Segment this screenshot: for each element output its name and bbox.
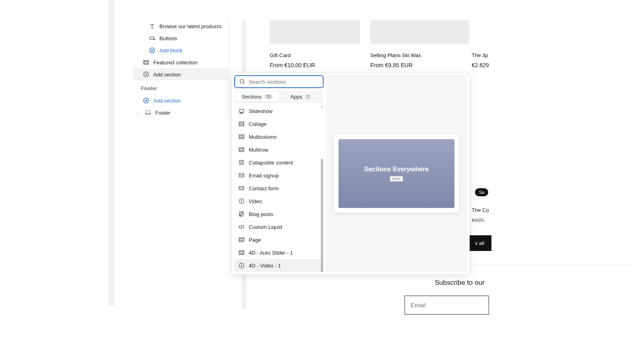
search-input[interactable] [249, 79, 319, 85]
section-preview-card: Sections Everywhere Button [334, 134, 459, 213]
preview-sample-button: Button [390, 176, 403, 181]
slideshow-icon [238, 108, 245, 114]
text-icon [149, 23, 155, 29]
add-block-label: Add block [159, 47, 182, 53]
chevron-right-icon: › [137, 111, 141, 115]
section-option-blog-posts[interactable]: Blog posts [234, 208, 324, 220]
section-option-label: Multirow [249, 147, 268, 153]
plus-circle-icon [143, 71, 149, 78]
section-picker-popover: Sections 19 Apps 1 ▴ Slideshow Collage [231, 72, 470, 275]
section-option-email-signup[interactable]: Email signup [234, 169, 324, 182]
svg-point-10 [242, 113, 243, 114]
outline-item-footer[interactable]: › Footer [133, 107, 229, 119]
subscribe-heading: Subscribe to our [435, 279, 485, 287]
section-option-custom-liquid[interactable]: Custom Liquid [234, 220, 324, 233]
svg-rect-2 [144, 60, 149, 64]
theme-outline-panel: Browse our latest products Buttons Add b… [133, 20, 229, 119]
outline-item-featured-collection[interactable]: Featured collection [133, 56, 229, 68]
outline-item-heading-text[interactable]: Browse our latest products [133, 20, 229, 32]
svg-rect-13 [239, 148, 244, 152]
blog-icon [238, 211, 245, 217]
product-card-image[interactable] [370, 20, 469, 44]
section-option-label: Multicolumn [249, 134, 277, 140]
footer-icon [145, 109, 151, 116]
section-option-label: 4D - Video - 1 [249, 263, 281, 269]
svg-point-9 [241, 113, 242, 114]
section-option-label: Contact form [249, 185, 279, 191]
section-option-label: 4D - Auto Slider - 1 [249, 250, 293, 256]
product-price: €2.629 [472, 62, 489, 68]
plus-circle-icon [143, 97, 149, 104]
footer-group-header: Footer [133, 80, 229, 95]
scroll-down-arrow[interactable]: ▾ [320, 269, 324, 272]
scrollbar-thumb[interactable] [321, 159, 323, 272]
code-icon [238, 224, 245, 230]
section-picker-list-column: Sections 19 Apps 1 ▴ Slideshow Collage [234, 75, 324, 272]
section-icon [238, 237, 245, 243]
svg-rect-7 [239, 109, 244, 112]
section-icon [238, 121, 245, 127]
section-option-label: Page [249, 237, 261, 243]
outline-item-label: Featured collection [153, 60, 198, 66]
section-option-multirow[interactable]: Multirow [234, 143, 324, 156]
section-option-label: Email signup [249, 173, 279, 179]
add-block-button[interactable]: Add block [133, 44, 229, 56]
tab-label: Sections [242, 94, 262, 100]
svg-point-8 [240, 113, 241, 114]
outline-item-buttons[interactable]: Buttons [133, 32, 229, 44]
outline-item-label: Footer [155, 110, 171, 116]
buttons-icon [149, 35, 155, 41]
count-badge: 19 [264, 94, 272, 99]
svg-rect-15 [239, 174, 244, 177]
section-option-multicolumn[interactable]: Multicolumn [234, 130, 324, 143]
product-card-image[interactable] [270, 20, 360, 44]
product-title[interactable]: The Co [472, 207, 489, 213]
svg-rect-0 [150, 37, 154, 39]
scroll-up-arrow[interactable]: ▴ [320, 105, 324, 108]
section-list: ▴ Slideshow Collage Multicolumn Multirow [234, 105, 324, 272]
view-all-button[interactable]: v all [468, 235, 491, 251]
section-option-contact-form[interactable]: Contact form [234, 182, 324, 195]
preview-title: Sections Everywhere [364, 166, 429, 173]
section-preview-image: Sections Everywhere Button [339, 139, 454, 208]
add-section-button[interactable]: Add section [133, 68, 229, 80]
section-option-collage[interactable]: Collage [234, 117, 324, 130]
tab-label: Apps [290, 94, 302, 100]
play-icon [238, 262, 245, 269]
product-title[interactable]: The 3p [472, 52, 488, 58]
svg-point-6 [240, 80, 244, 83]
svg-rect-16 [239, 187, 244, 190]
mail-icon [238, 185, 245, 191]
search-icon [239, 78, 246, 85]
plus-circle-icon [149, 47, 155, 53]
section-option-label: Slideshow [249, 108, 272, 114]
tab-apps[interactable]: Apps 1 [279, 92, 322, 102]
outline-item-label: Buttons [159, 35, 177, 41]
product-title[interactable]: Selling Plans Ski Wax [370, 52, 421, 58]
footer-add-section-button[interactable]: Add section [133, 95, 229, 107]
tab-sections[interactable]: Sections 19 [235, 92, 279, 102]
section-preview-pane: Sections Everywhere Button [326, 75, 467, 272]
email-input[interactable]: Email [405, 296, 489, 315]
outline-item-label: Browse our latest products [159, 23, 221, 29]
section-option-page[interactable]: Page [234, 233, 324, 246]
section-option-label: Video [249, 198, 262, 204]
picker-tabs: Sections 19 Apps 1 [234, 90, 324, 103]
search-sections-field[interactable] [234, 75, 324, 88]
section-icon [238, 249, 245, 256]
section-icon [238, 134, 245, 140]
svg-rect-11 [239, 122, 244, 126]
section-option-4d-video[interactable]: 4D - Video - 1 [234, 259, 324, 272]
product-price: From €9,95 EUR [370, 62, 413, 68]
product-title[interactable]: Gift Card [270, 52, 291, 58]
section-option-slideshow[interactable]: Slideshow [234, 105, 324, 117]
section-option-4d-auto-slider[interactable]: 4D - Auto Slider - 1 [234, 246, 324, 259]
play-icon [238, 198, 245, 204]
svg-rect-5 [146, 111, 151, 115]
email-placeholder: Email [411, 302, 426, 309]
section-option-label: Collage [249, 121, 266, 127]
section-option-collapsible[interactable]: Collapsible content [234, 156, 324, 169]
section-option-video[interactable]: Video [234, 195, 324, 208]
add-section-label: Add section [153, 72, 181, 78]
section-option-label: Blog posts [249, 211, 273, 217]
